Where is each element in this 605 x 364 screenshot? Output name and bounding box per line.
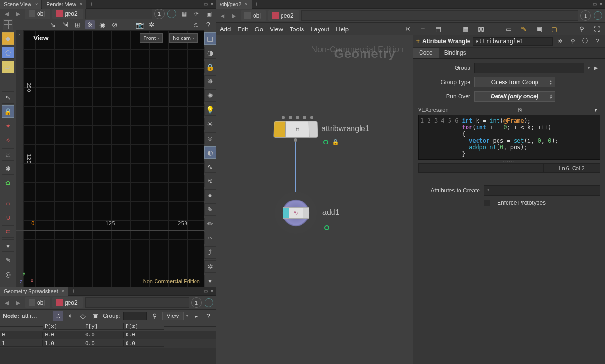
path-dropdown[interactable] — [301, 10, 578, 21]
box-icon[interactable]: ▢ — [550, 25, 558, 33]
disp-light1[interactable]: ✵ — [204, 75, 216, 87]
menu-caret-icon[interactable]: ▾ — [211, 1, 213, 7]
disp-wire[interactable]: ◫ — [204, 32, 216, 45]
vex-code-editor[interactable]: 1 2 3 4 5 6 int k = int(@Frame); for(int… — [418, 115, 600, 160]
close-icon[interactable]: × — [35, 2, 38, 7]
help-icon[interactable]: ? — [593, 37, 602, 46]
snap-edge-icon[interactable]: ⇲ — [60, 20, 70, 29]
col-hdr-idx[interactable] — [0, 326, 43, 327]
tool-select[interactable]: ↖ — [2, 91, 14, 104]
snap-enabled-icon[interactable]: ※ — [85, 20, 95, 29]
class-detail-icon[interactable]: ▣ — [90, 311, 100, 321]
palette1-icon[interactable]: ▦ — [461, 25, 470, 33]
link-icon[interactable] — [594, 11, 602, 20]
menu-caret-icon[interactable]: ▾ — [211, 288, 213, 294]
group-field[interactable] — [123, 312, 147, 320]
link-icon[interactable] — [167, 10, 176, 18]
disp-bulb2[interactable]: ☀ — [204, 118, 216, 130]
tab-bindings[interactable]: Bindings — [439, 48, 472, 58]
tool-caret[interactable]: ▾ — [2, 239, 14, 252]
tool-lock[interactable]: 🔒 — [2, 105, 14, 118]
disp-head[interactable]: ☺ — [204, 132, 216, 144]
node-output[interactable] — [294, 138, 297, 142]
take-icon[interactable]: ▦ — [179, 9, 189, 19]
resize-handle[interactable]: :::::: — [418, 160, 600, 163]
tab-scene-view[interactable]: Scene View × — [0, 0, 41, 9]
breadcrumb-geo2[interactable]: geo2 — [52, 9, 83, 19]
tab-geo-spreadsheet[interactable]: Geometry Spreadsheet × — [0, 287, 68, 296]
new-tab-button[interactable]: ＋ — [69, 287, 78, 295]
close-icon[interactable]: × — [62, 289, 64, 294]
menu-caret-icon[interactable]: ▾ — [600, 1, 602, 7]
node-path[interactable]: attri… — [22, 313, 50, 319]
new-tab-button[interactable]: ＋ — [87, 0, 96, 8]
path-dropdown[interactable] — [85, 297, 189, 308]
nav-back-button[interactable]: ◄ — [2, 9, 11, 19]
search-icon[interactable]: ⚲ — [577, 25, 586, 33]
class-points-icon[interactable]: ∴ — [53, 311, 63, 321]
table-row[interactable]: 1 1.0 0.0 0.0 — [0, 339, 216, 348]
menu-view[interactable]: View — [270, 26, 283, 33]
tool-disc[interactable]: ◎ — [2, 268, 14, 280]
filter-icon[interactable]: ⚲ — [150, 311, 159, 321]
nav-back-button[interactable]: ◄ — [218, 11, 227, 20]
tool-brush[interactable]: ✎ — [2, 254, 14, 266]
select-mask-icon[interactable]: ◉ — [98, 20, 107, 29]
tool-create-geo[interactable]: ◆ — [2, 32, 14, 45]
camera-icon[interactable]: 📷 — [135, 20, 144, 29]
tool-box[interactable]: ▱ — [2, 61, 14, 73]
gear-icon[interactable]: ✲ — [147, 20, 156, 29]
disp-pen[interactable]: ✏ — [204, 218, 216, 230]
disp-gear[interactable]: ✲ — [204, 260, 216, 273]
maximize-icon[interactable]: ▭ — [593, 1, 597, 7]
menu-go[interactable]: Go — [255, 26, 263, 33]
col-hdr-py[interactable]: P[y] — [83, 323, 124, 330]
nav-fwd-button[interactable]: ► — [229, 11, 239, 20]
network-view[interactable]: Non-Commercial Edition Geometry ⌗ attrib… — [216, 35, 605, 364]
disp-tag[interactable]: 12 — [204, 232, 216, 244]
help-icon[interactable]: ? — [204, 311, 213, 321]
node-name-input[interactable] — [473, 37, 553, 46]
breadcrumb-geo2[interactable]: geo2 — [268, 10, 299, 21]
view-front-dropdown[interactable]: Front▾ — [140, 33, 163, 43]
nav-back-button[interactable]: ◄ — [2, 298, 11, 307]
maximize-icon[interactable]: ▭ — [204, 288, 208, 294]
display-flag-icon[interactable] — [324, 225, 329, 230]
menu-layout[interactable]: Layout — [311, 26, 329, 33]
tool-primitive[interactable]: ⬠ — [2, 47, 14, 59]
pin-indicator[interactable]: 1 — [580, 10, 591, 21]
tool-magnet2[interactable]: ∪ — [2, 211, 14, 223]
disp-bulb1[interactable]: 💡 — [204, 104, 216, 116]
view-cam-dropdown[interactable]: No cam▾ — [169, 33, 198, 43]
pin-indicator[interactable]: 1 — [154, 9, 165, 19]
col-hdr-px[interactable]: P[x] — [43, 323, 83, 330]
disp-shaded[interactable]: ◐ — [204, 146, 216, 159]
tool-bug[interactable]: ✱ — [2, 163, 14, 175]
maximize-icon[interactable]: ▭ — [204, 1, 208, 7]
attrcreate-field[interactable]: * — [484, 185, 600, 196]
menu-help[interactable]: Help — [336, 26, 349, 33]
disp-dot[interactable]: ● — [204, 189, 216, 201]
nav-fwd-button[interactable]: ► — [13, 298, 23, 307]
snap-point-icon[interactable]: ↘ — [48, 20, 58, 29]
table-row[interactable]: 0 0.0 0.0 0.0 — [0, 331, 216, 339]
node-inputs[interactable] — [282, 116, 313, 119]
xray-icon[interactable]: ⊘ — [110, 20, 119, 29]
note-icon[interactable]: ✎ — [519, 25, 528, 33]
tab-network[interactable]: /obj/geo2 × — [216, 0, 252, 9]
class-prims-icon[interactable]: ◇ — [78, 311, 88, 321]
frame-icon[interactable]: ⛶ — [593, 25, 601, 33]
breadcrumb-obj[interactable]: obj — [241, 10, 266, 21]
group-field[interactable] — [474, 63, 584, 73]
render-icon[interactable]: ▣ — [204, 9, 214, 19]
view-caret-icon[interactable]: ▾ — [186, 314, 188, 318]
tool-magnet3[interactable]: ⊂ — [2, 225, 14, 238]
display-flag-icon[interactable] — [323, 140, 328, 144]
tool-light-red[interactable]: ✦ — [2, 120, 14, 132]
viewport[interactable]: 3 View Front▾ No cam▾ 250 125 0 125 250 … — [16, 30, 204, 287]
search-icon[interactable]: ⚲ — [568, 37, 577, 46]
link-icon[interactable] — [205, 298, 213, 307]
tab-render-view[interactable]: Render View × — [42, 0, 86, 9]
disp-curve[interactable]: ∿ — [204, 161, 216, 173]
tool-light[interactable]: ✧ — [2, 134, 14, 146]
